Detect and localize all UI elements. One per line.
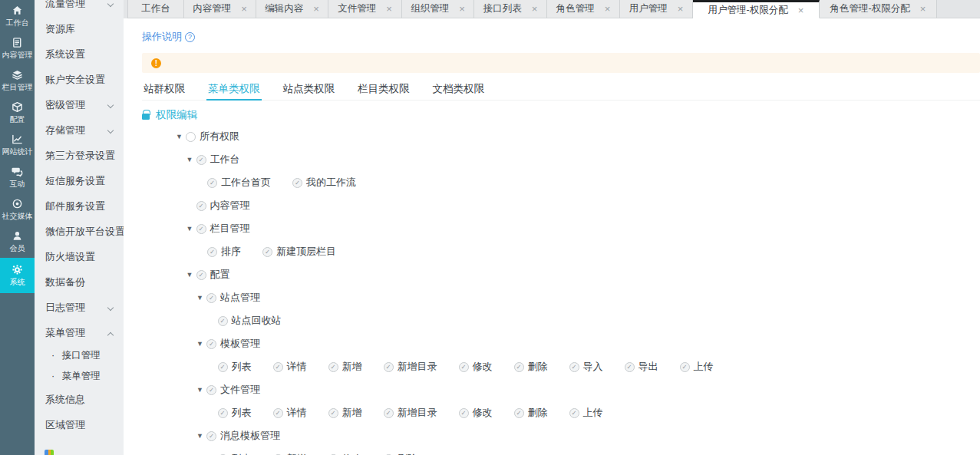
sidebar-item-members[interactable]: 会员 <box>0 226 35 258</box>
tree-leaf-row: 列表详情新增新增目录修改删除上传 <box>142 401 980 424</box>
permission-checkbox[interactable] <box>206 431 216 441</box>
permission-checkbox[interactable] <box>625 362 635 372</box>
tab-用户管理[interactable]: 用户管理× <box>620 0 693 18</box>
submenu-item[interactable]: 短信服务设置 <box>35 168 124 193</box>
tree-leaf-label: 导入 <box>583 360 603 374</box>
submenu-item[interactable]: 数据备份 <box>35 269 124 295</box>
close-icon[interactable]: × <box>459 4 465 14</box>
tab-接口列表[interactable]: 接口列表× <box>474 0 547 18</box>
tab-角色管理-权限分配[interactable]: 角色管理-权限分配× <box>820 0 937 18</box>
close-icon[interactable]: × <box>798 5 804 15</box>
permission-checkbox[interactable] <box>292 178 302 188</box>
permission-checkbox[interactable] <box>384 408 394 418</box>
tab-编辑内容[interactable]: 编辑内容× <box>256 0 328 18</box>
tree-leaf-label: 修改 <box>473 360 493 374</box>
permission-checkbox[interactable] <box>459 362 469 372</box>
permission-checkbox[interactable] <box>207 178 217 188</box>
permission-checkbox[interactable] <box>218 316 228 326</box>
subtab-站点类权限[interactable]: 站点类权限 <box>282 79 337 101</box>
tab-用户管理-权限分配[interactable]: 用户管理-权限分配× <box>693 0 820 18</box>
permission-checkbox[interactable] <box>206 293 216 303</box>
tree-leaf-item: 详情 <box>273 406 307 420</box>
tab-文件管理[interactable]: 文件管理× <box>328 0 402 18</box>
subtab-站群权限[interactable]: 站群权限 <box>142 79 186 101</box>
permission-checkbox[interactable] <box>273 408 283 418</box>
submenu-item[interactable]: · 接口管理 <box>35 345 124 366</box>
tree-leaf-item: 修改 <box>459 360 493 374</box>
permission-checkbox[interactable] <box>206 385 216 395</box>
sidebar-item-config[interactable]: 配置 <box>0 97 35 129</box>
permission-checkbox[interactable] <box>328 408 338 418</box>
subtab-文档类权限[interactable]: 文档类权限 <box>431 79 487 101</box>
submenu-item[interactable]: 防火墙设置 <box>35 244 124 269</box>
permission-checkbox[interactable] <box>569 362 579 372</box>
close-icon[interactable]: × <box>386 4 392 14</box>
caret-down-icon[interactable]: ▼ <box>186 225 196 232</box>
operation-help-link[interactable]: 操作说明 ? <box>142 30 195 44</box>
subtab-菜单类权限[interactable]: 菜单类权限 <box>206 79 262 101</box>
caret-down-icon[interactable]: ▼ <box>196 432 206 440</box>
permission-checkbox[interactable] <box>384 362 394 372</box>
submenu-item[interactable]: 区域管理 <box>35 412 124 437</box>
submenu-item[interactable]: · 菜单管理 <box>35 366 124 387</box>
submenu-item[interactable]: 第三方登录设置 <box>35 143 124 168</box>
permission-checkbox[interactable] <box>514 408 524 418</box>
sidebar-item-social-media[interactable]: 社交媒体 <box>0 193 35 226</box>
sidebar-item-site-stats[interactable]: 网站统计 <box>0 129 35 161</box>
close-icon[interactable]: × <box>678 4 684 14</box>
permission-checkbox[interactable] <box>569 408 579 418</box>
close-icon[interactable]: × <box>920 4 926 14</box>
permission-checkbox[interactable] <box>186 132 196 142</box>
sidebar-item-content-mgmt[interactable]: 内容管理 <box>0 32 35 64</box>
permission-checkbox[interactable] <box>262 247 272 257</box>
caret-down-icon[interactable]: ▼ <box>196 340 206 348</box>
caret-down-icon[interactable]: ▼ <box>176 133 186 140</box>
caret-down-icon[interactable]: ▼ <box>186 271 196 279</box>
permission-checkbox[interactable] <box>680 362 690 372</box>
sidebar-item-system[interactable]: 系统 <box>0 258 35 293</box>
close-icon[interactable]: × <box>605 4 611 14</box>
sidebar-item-label: 互动 <box>10 180 25 188</box>
permission-checkbox[interactable] <box>273 362 283 372</box>
permission-checkbox[interactable] <box>207 247 217 257</box>
permission-checkbox[interactable] <box>196 270 206 280</box>
permission-checkbox[interactable] <box>196 201 206 211</box>
tree-node-label: 内容管理 <box>210 199 250 213</box>
tab-内容管理[interactable]: 内容管理× <box>184 0 256 18</box>
permission-checkbox[interactable] <box>459 408 469 418</box>
sidebar-item-workbench[interactable]: 工作台 <box>0 0 35 32</box>
permission-checkbox[interactable] <box>196 224 206 234</box>
permission-checkbox[interactable] <box>196 155 206 165</box>
caret-down-icon[interactable]: ▼ <box>196 386 206 394</box>
permission-checkbox[interactable] <box>514 362 524 372</box>
submenu-item[interactable]: 邮件服务设置 <box>35 193 124 219</box>
sidebar-item-column-mgmt[interactable]: 栏目管理 <box>0 64 35 97</box>
submenu-item[interactable]: 密级管理 <box>35 92 124 117</box>
close-icon[interactable]: × <box>313 4 319 14</box>
submenu-item[interactable]: 系统信息 <box>35 387 124 412</box>
close-icon[interactable]: × <box>241 4 247 14</box>
permission-checkbox[interactable] <box>218 362 228 372</box>
tab-组织管理[interactable]: 组织管理× <box>402 0 474 18</box>
caret-down-icon[interactable]: ▼ <box>196 294 206 302</box>
submenu-item[interactable]: 存储管理 <box>35 117 124 143</box>
layers-icon <box>12 69 23 81</box>
subtab-栏目类权限[interactable]: 栏目类权限 <box>356 79 411 101</box>
submenu-item[interactable]: 日志管理 <box>35 295 124 320</box>
sidebar-item-label: 配置 <box>10 115 25 124</box>
tab-工作台[interactable]: 工作台 <box>127 0 184 18</box>
caret-down-icon[interactable]: ▼ <box>186 156 196 163</box>
tab-label: 内容管理 <box>193 2 231 15</box>
submenu-item[interactable]: 流量管理 <box>35 0 124 16</box>
submenu-item[interactable]: 系统设置 <box>35 41 124 67</box>
permission-checkbox[interactable] <box>206 339 216 349</box>
sidebar-item-interaction[interactable]: 互动 <box>0 161 35 193</box>
close-icon[interactable]: × <box>532 4 538 14</box>
submenu-item[interactable]: 菜单管理 <box>35 320 124 345</box>
permission-checkbox[interactable] <box>328 362 338 372</box>
permission-checkbox[interactable] <box>218 408 228 418</box>
submenu-item[interactable]: 资源库 <box>35 16 124 41</box>
tab-角色管理[interactable]: 角色管理× <box>547 0 620 18</box>
submenu-item[interactable]: 微信开放平台设置 <box>35 219 124 244</box>
submenu-item[interactable]: 账户安全设置 <box>35 67 124 92</box>
